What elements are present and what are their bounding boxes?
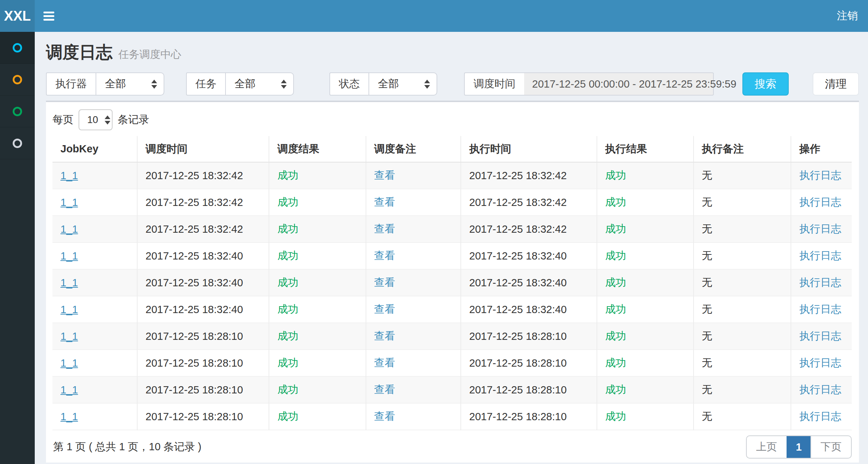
- cell-trigger_result: 成功: [277, 410, 298, 422]
- cell-trigger_msg[interactable]: 查看: [374, 330, 395, 342]
- cell-handle_time: 2017-12-25 18:32:40: [469, 304, 566, 315]
- cell-handle_msg: 无: [702, 303, 712, 315]
- cell-handle_result: 成功: [605, 357, 626, 368]
- cell-action[interactable]: 执行日志: [799, 169, 841, 181]
- table-row: 1_12017-12-25 18:32:42成功查看2017-12-25 18:…: [52, 216, 852, 242]
- cell-trigger_msg[interactable]: 查看: [374, 357, 395, 368]
- cell-handle_result: 成功: [605, 303, 626, 315]
- clear-button[interactable]: 清理: [813, 72, 859, 96]
- cell-trigger_result: 成功: [277, 330, 298, 342]
- sidebar-item-4[interactable]: [0, 127, 35, 159]
- cell-handle_time: 2017-12-25 18:32:42: [469, 170, 566, 181]
- cell-trigger_result: 成功: [277, 277, 298, 288]
- next-page-button[interactable]: 下页: [810, 436, 851, 458]
- col-header-job_key: JobKey: [52, 136, 137, 162]
- cell-handle_time: 2017-12-25 18:28:10: [469, 357, 566, 369]
- sidebar-toggle-button[interactable]: [35, 0, 63, 32]
- cell-job_key[interactable]: 1_1: [60, 411, 78, 422]
- cell-job_key[interactable]: 1_1: [60, 250, 78, 262]
- cell-job_key[interactable]: 1_1: [60, 384, 78, 396]
- col-header-trigger_msg: 调度备注: [366, 136, 461, 162]
- table-row: 1_12017-12-25 18:28:10成功查看2017-12-25 18:…: [52, 403, 852, 430]
- cell-trigger_time: 2017-12-25 18:32:42: [146, 223, 243, 235]
- cell-action[interactable]: 执行日志: [799, 330, 841, 342]
- prev-page-button[interactable]: 上页: [747, 436, 787, 458]
- cell-handle_msg: 无: [702, 250, 712, 261]
- app-logo[interactable]: XXL: [0, 0, 35, 32]
- cell-handle_result: 成功: [605, 384, 626, 395]
- cell-handle_time: 2017-12-25 18:32:42: [469, 197, 566, 208]
- executor-select[interactable]: 全部: [96, 72, 164, 96]
- cell-trigger_msg[interactable]: 查看: [374, 303, 395, 315]
- sidebar-item-2[interactable]: [0, 64, 35, 96]
- cell-handle_result: 成功: [605, 277, 626, 288]
- cell-trigger_msg[interactable]: 查看: [374, 196, 395, 208]
- cell-trigger_msg[interactable]: 查看: [374, 410, 395, 422]
- cell-job_key[interactable]: 1_1: [60, 330, 78, 342]
- cell-handle_time: 2017-12-25 18:32:40: [469, 277, 566, 288]
- sidebar: [0, 32, 35, 464]
- cell-handle_msg: 无: [702, 410, 712, 422]
- trigger-time-range-input[interactable]: 2017-12-25 00:00:00 - 2017-12-25 23:59:5…: [524, 72, 714, 96]
- cell-action[interactable]: 执行日志: [799, 384, 841, 395]
- log-panel: 每页 10 条记录 JobKey调度时间调度结果调度备注执行时间执行结果执行备注…: [46, 101, 859, 463]
- cell-action[interactable]: 执行日志: [799, 223, 841, 235]
- status-select[interactable]: 全部: [368, 72, 437, 96]
- filter-bar: 执行器 全部 任务 全部 状态 全部 调度时间 2017-12-25 00:00…: [46, 72, 859, 96]
- status-filter-group: 状态 全部: [329, 72, 437, 96]
- cell-handle_time: 2017-12-25 18:32:42: [469, 223, 566, 235]
- log-table: JobKey调度时间调度结果调度备注执行时间执行结果执行备注操作 1_12017…: [52, 136, 852, 430]
- page-size-suffix: 条记录: [118, 113, 149, 127]
- table-header-row: JobKey调度时间调度结果调度备注执行时间执行结果执行备注操作: [52, 136, 852, 162]
- page-subtitle: 任务调度中心: [118, 47, 181, 62]
- current-page-button[interactable]: 1: [787, 436, 810, 458]
- cell-action[interactable]: 执行日志: [799, 410, 841, 422]
- cell-trigger_time: 2017-12-25 18:28:10: [146, 357, 243, 369]
- cell-action[interactable]: 执行日志: [799, 196, 841, 208]
- cell-handle_result: 成功: [605, 250, 626, 261]
- table-row: 1_12017-12-25 18:28:10成功查看2017-12-25 18:…: [52, 323, 852, 350]
- cell-job_key[interactable]: 1_1: [60, 357, 78, 369]
- cell-handle_msg: 无: [702, 223, 712, 235]
- cell-trigger_time: 2017-12-25 18:28:10: [146, 384, 243, 396]
- cell-trigger_msg[interactable]: 查看: [374, 169, 395, 181]
- search-button[interactable]: 搜索: [742, 72, 789, 96]
- cell-job_key[interactable]: 1_1: [60, 170, 78, 181]
- cell-trigger_result: 成功: [277, 250, 298, 261]
- cell-trigger_time: 2017-12-25 18:32:42: [146, 197, 243, 208]
- table-row: 1_12017-12-25 18:32:40成功查看2017-12-25 18:…: [52, 296, 852, 323]
- circle-outline-icon: [13, 107, 22, 116]
- status-select-value: 全部: [378, 77, 399, 91]
- cell-action[interactable]: 执行日志: [799, 357, 841, 368]
- cell-trigger_msg[interactable]: 查看: [374, 250, 395, 261]
- cell-action[interactable]: 执行日志: [799, 277, 841, 288]
- page-header: 调度日志 任务调度中心: [35, 32, 868, 64]
- page-size-select[interactable]: 10: [79, 109, 113, 130]
- circle-outline-icon: [13, 139, 22, 148]
- cell-job_key[interactable]: 1_1: [60, 304, 78, 315]
- trigger-time-filter-label: 调度时间: [464, 72, 524, 96]
- cell-job_key[interactable]: 1_1: [60, 277, 78, 288]
- table-row: 1_12017-12-25 18:32:40成功查看2017-12-25 18:…: [52, 269, 852, 296]
- logout-link[interactable]: 注销: [827, 0, 868, 32]
- table-row: 1_12017-12-25 18:32:42成功查看2017-12-25 18:…: [52, 189, 852, 216]
- cell-trigger_msg[interactable]: 查看: [374, 277, 395, 288]
- sidebar-item-1[interactable]: [0, 32, 35, 64]
- cell-trigger_msg[interactable]: 查看: [374, 223, 395, 235]
- select-stepper-icon: [281, 80, 287, 89]
- table-row: 1_12017-12-25 18:28:10成功查看2017-12-25 18:…: [52, 350, 852, 376]
- cell-trigger_msg[interactable]: 查看: [374, 384, 395, 395]
- cell-handle_msg: 无: [702, 169, 712, 181]
- cell-action[interactable]: 执行日志: [799, 303, 841, 315]
- cell-action[interactable]: 执行日志: [799, 250, 841, 261]
- cell-job_key[interactable]: 1_1: [60, 223, 78, 235]
- hamburger-icon: [43, 12, 54, 13]
- cell-job_key[interactable]: 1_1: [60, 197, 78, 208]
- job-select-value: 全部: [235, 77, 256, 91]
- job-select[interactable]: 全部: [225, 72, 294, 96]
- col-header-handle_msg: 执行备注: [694, 136, 791, 162]
- sidebar-item-3[interactable]: [0, 96, 35, 127]
- select-stepper-icon: [151, 80, 157, 89]
- page-size-control: 每页 10 条记录: [52, 109, 852, 130]
- select-stepper-icon: [105, 115, 110, 125]
